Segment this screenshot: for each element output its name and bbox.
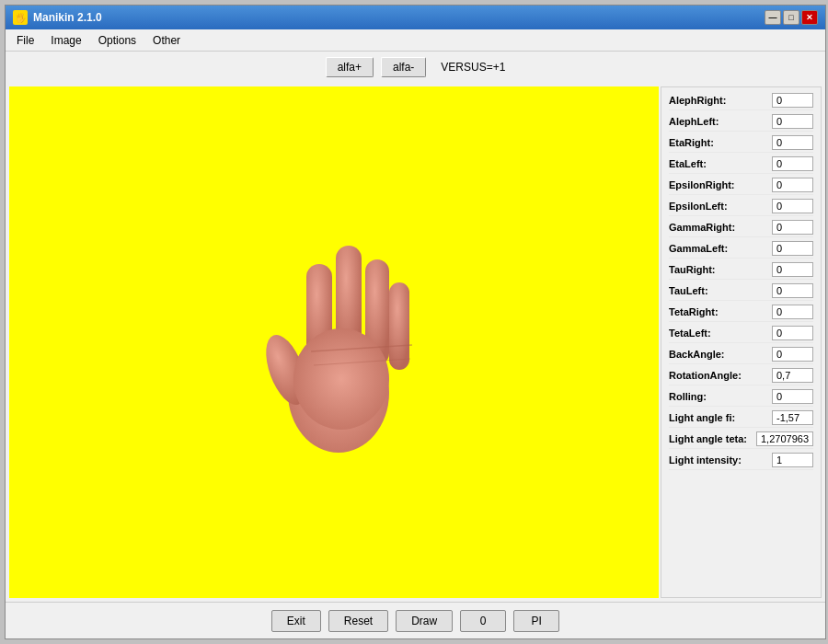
- param-value: 1,2707963: [756, 431, 813, 446]
- svg-point-6: [293, 328, 389, 430]
- param-label: GammaLeft:: [669, 243, 728, 254]
- param-value: 0: [772, 241, 813, 256]
- param-label: TetaRight:: [669, 306, 719, 317]
- alfa-minus-button[interactable]: alfa-: [381, 57, 426, 77]
- draw-button[interactable]: Draw: [396, 610, 453, 632]
- app-icon: 🖐: [13, 10, 28, 25]
- param-label: AlephLeft:: [669, 116, 719, 127]
- menu-item-file[interactable]: File: [9, 32, 41, 49]
- param-row: EpsilonRight:0: [669, 176, 813, 195]
- param-label: Light angle fi:: [669, 412, 735, 423]
- param-row: TauRight:0: [669, 260, 813, 280]
- param-row: TetaRight:0: [669, 303, 813, 322]
- param-row: GammaLeft:0: [669, 239, 813, 259]
- window-title: Manikin 2.1.0: [33, 11, 102, 24]
- toolbar-center: alfa+ alfa- VERSUS=+1: [13, 57, 818, 77]
- canvas-area: [9, 86, 659, 598]
- param-label: TauRight:: [669, 264, 716, 275]
- param-label: TauLeft:: [669, 285, 708, 296]
- param-value: 0: [772, 93, 813, 108]
- param-row: TauLeft:0: [669, 282, 813, 301]
- param-value: 0: [772, 305, 813, 319]
- param-row: Rolling:0: [669, 387, 813, 407]
- param-value: 0: [772, 326, 813, 340]
- param-label: TetaLeft:: [669, 328, 711, 339]
- reset-button[interactable]: Reset: [328, 610, 388, 632]
- param-value: 0: [772, 283, 813, 298]
- param-value: -1,57: [772, 410, 813, 425]
- param-label: EpsilonRight:: [669, 179, 735, 190]
- param-value: 0: [772, 389, 813, 404]
- param-label: Light angle teta:: [669, 433, 747, 444]
- param-row: Light intensity:1: [669, 451, 813, 470]
- param-value: 0,7: [772, 368, 813, 383]
- param-value: 1: [772, 453, 813, 467]
- svg-rect-5: [389, 282, 409, 370]
- menu-item-other[interactable]: Other: [145, 32, 188, 49]
- param-value: 0: [772, 347, 813, 362]
- pi-button[interactable]: PI: [513, 610, 559, 632]
- menu-bar: FileImageOptionsOther: [6, 29, 825, 52]
- hand-image: [242, 190, 426, 466]
- title-controls: — □ ✕: [765, 10, 818, 25]
- menu-item-image[interactable]: Image: [43, 32, 88, 49]
- param-row: Light angle teta:1,2707963: [669, 430, 813, 449]
- menu-item-options[interactable]: Options: [91, 32, 144, 49]
- versus-label: VERSUS=+1: [441, 61, 505, 74]
- param-row: TetaLeft:0: [669, 324, 813, 343]
- param-row: EtaRight:0: [669, 133, 813, 153]
- bottom-bar: ExitResetDraw0PI: [6, 602, 825, 638]
- title-bar: 🖐 Manikin 2.1.0 — □ ✕: [6, 6, 825, 29]
- minimize-button[interactable]: —: [765, 10, 781, 25]
- param-label: EtaRight:: [669, 137, 714, 148]
- param-value: 0: [772, 220, 813, 235]
- param-label: Rolling:: [669, 391, 707, 402]
- param-row: RotationAngle:0,7: [669, 366, 813, 385]
- param-label: Light intensity:: [669, 454, 742, 466]
- main-window: 🖐 Manikin 2.1.0 — □ ✕ FileImageOptionsOt…: [5, 5, 826, 639]
- param-row: BackAngle:0: [669, 345, 813, 364]
- param-label: AlephRight:: [669, 95, 726, 106]
- param-row: AlephLeft:0: [669, 112, 813, 132]
- param-value: 0: [772, 135, 813, 150]
- param-row: EpsilonLeft:0: [669, 197, 813, 216]
- param-label: EtaLeft:: [669, 158, 707, 169]
- zero-button[interactable]: 0: [460, 610, 506, 632]
- exit-button[interactable]: Exit: [271, 610, 321, 632]
- param-label: BackAngle:: [669, 349, 725, 360]
- param-row: Light angle fi:-1,57: [669, 408, 813, 428]
- alfa-plus-button[interactable]: alfa+: [326, 57, 374, 77]
- param-row: EtaLeft:0: [669, 155, 813, 174]
- maximize-button[interactable]: □: [783, 10, 799, 25]
- param-value: 0: [772, 178, 813, 192]
- title-bar-left: 🖐 Manikin 2.1.0: [13, 10, 102, 25]
- param-label: GammaRight:: [669, 222, 735, 233]
- param-value: 0: [772, 199, 813, 213]
- toolbar: alfa+ alfa- VERSUS=+1: [6, 52, 825, 83]
- param-row: GammaRight:0: [669, 218, 813, 237]
- param-value: 0: [772, 262, 813, 277]
- param-row: AlephRight:0: [669, 91, 813, 110]
- param-label: EpsilonLeft:: [669, 201, 728, 212]
- param-label: RotationAngle:: [669, 370, 742, 381]
- main-area: AlephRight:0AlephLeft:0EtaRight:0EtaLeft…: [6, 83, 825, 602]
- param-value: 0: [772, 156, 813, 171]
- param-value: 0: [772, 114, 813, 129]
- close-button[interactable]: ✕: [801, 10, 818, 25]
- right-panel: AlephRight:0AlephLeft:0EtaRight:0EtaLeft…: [661, 86, 822, 598]
